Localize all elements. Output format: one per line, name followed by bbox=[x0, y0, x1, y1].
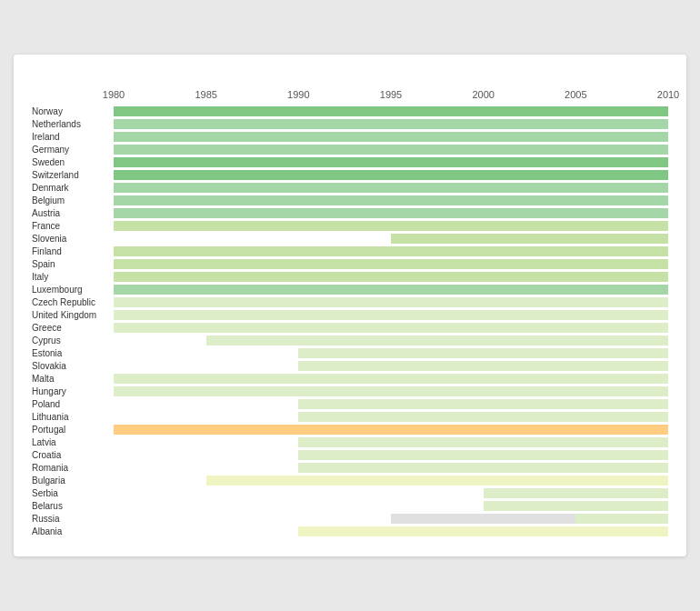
table-row: Poland bbox=[32, 398, 668, 410]
table-row: Croatia bbox=[32, 449, 668, 461]
bar-segment bbox=[298, 450, 668, 460]
bar-area bbox=[114, 526, 668, 536]
bar-area bbox=[114, 234, 668, 244]
header-row: 1980198519901995200020052010 bbox=[32, 87, 668, 102]
table-row: Belgium bbox=[32, 195, 668, 206]
table-row: Hungary bbox=[32, 386, 668, 397]
country-name: Austria bbox=[32, 208, 114, 218]
table-row: Norway bbox=[32, 105, 668, 117]
bar-segment bbox=[114, 195, 668, 205]
bar-area bbox=[114, 501, 668, 511]
year-label-1995: 1995 bbox=[380, 89, 402, 100]
country-name: Serbia bbox=[32, 488, 114, 498]
bar-area bbox=[114, 374, 668, 384]
table-row: Greece bbox=[32, 322, 668, 334]
bar-segment bbox=[114, 221, 668, 231]
years-header: 1980198519901995200020052010 bbox=[114, 87, 668, 102]
bar-area bbox=[114, 463, 668, 473]
table-row: Lithuania bbox=[32, 411, 668, 423]
bar-area bbox=[114, 361, 668, 371]
bar-area bbox=[114, 170, 668, 180]
bar-area bbox=[114, 272, 668, 282]
country-name: Albania bbox=[32, 526, 114, 536]
bar-segment bbox=[114, 310, 668, 320]
bar-area bbox=[114, 310, 668, 320]
bar-area bbox=[114, 183, 668, 193]
table-row: Bulgaria bbox=[32, 475, 668, 486]
bar-segment bbox=[484, 501, 668, 511]
chart-container: 1980198519901995200020052010 NorwayNethe… bbox=[14, 55, 686, 556]
table-row: Netherlands bbox=[32, 118, 668, 130]
bar-segment bbox=[298, 437, 668, 447]
country-name: Germany bbox=[32, 145, 114, 155]
table-row: France bbox=[32, 220, 668, 232]
country-name: Lithuania bbox=[32, 412, 114, 422]
country-name: United Kingdom bbox=[32, 310, 114, 320]
table-row: Germany bbox=[32, 144, 668, 155]
bar-area bbox=[114, 106, 668, 116]
country-name: Romania bbox=[32, 463, 114, 473]
country-name: Sweden bbox=[32, 157, 114, 167]
bar-segment bbox=[298, 361, 668, 371]
table-row: Sweden bbox=[32, 156, 668, 168]
chart-area: 1980198519901995200020052010 NorwayNethe… bbox=[32, 87, 668, 538]
table-row: Cyprus bbox=[32, 335, 668, 346]
country-name: Latvia bbox=[32, 437, 114, 447]
country-name: Hungary bbox=[32, 386, 114, 396]
bar-segment bbox=[114, 425, 668, 435]
country-name: Croatia bbox=[32, 450, 114, 460]
bar-segment bbox=[114, 145, 668, 155]
bar-segment bbox=[298, 348, 668, 358]
bar-segment bbox=[114, 272, 668, 282]
table-row: Spain bbox=[32, 258, 668, 270]
table-row: Austria bbox=[32, 207, 668, 219]
bar-area bbox=[114, 399, 668, 409]
country-name: Russia bbox=[32, 514, 114, 524]
bar-area bbox=[114, 437, 668, 447]
bar-area bbox=[114, 514, 668, 524]
bar-area bbox=[114, 488, 668, 498]
table-row: Denmark bbox=[32, 182, 668, 194]
bar-area bbox=[114, 386, 668, 396]
bar-segment bbox=[114, 119, 668, 129]
country-name: Luxembourg bbox=[32, 285, 114, 295]
country-name: Slovakia bbox=[32, 361, 114, 371]
bar-segment bbox=[298, 399, 668, 409]
country-name: Netherlands bbox=[32, 119, 114, 129]
country-name: Denmark bbox=[32, 183, 114, 193]
year-label-2010: 2010 bbox=[657, 89, 679, 100]
bar-area bbox=[114, 348, 668, 358]
rows-container: NorwayNetherlandsIrelandGermanySwedenSwi… bbox=[32, 105, 668, 538]
table-row: Ireland bbox=[32, 131, 668, 143]
country-name: Poland bbox=[32, 399, 114, 409]
bar-segment bbox=[114, 208, 668, 218]
bar-area bbox=[114, 259, 668, 269]
year-label-1985: 1985 bbox=[195, 89, 216, 100]
table-row: Albania bbox=[32, 526, 668, 537]
bar-area bbox=[114, 336, 668, 346]
country-name: Czech Republic bbox=[32, 297, 114, 307]
bar-segment bbox=[114, 132, 668, 142]
bar-segment bbox=[298, 526, 668, 536]
table-row: Slovakia bbox=[32, 360, 668, 372]
bar-segment bbox=[298, 463, 668, 473]
bar-area bbox=[114, 208, 668, 218]
table-row: Portugal bbox=[32, 424, 668, 436]
country-name: Italy bbox=[32, 272, 114, 282]
bar-segment bbox=[114, 297, 668, 307]
bar-segment bbox=[114, 183, 668, 193]
table-row: United Kingdom bbox=[32, 309, 668, 321]
bar-area bbox=[114, 425, 668, 435]
bar-segment bbox=[484, 488, 668, 498]
bar-segment bbox=[114, 323, 668, 333]
bar-area bbox=[114, 132, 668, 142]
bar-segment bbox=[391, 234, 668, 244]
table-row: Finland bbox=[32, 245, 668, 257]
year-label-2005: 2005 bbox=[565, 89, 586, 100]
bar-segment bbox=[206, 336, 668, 346]
bar-area bbox=[114, 221, 668, 231]
bar-segment bbox=[114, 374, 668, 384]
table-row: Estonia bbox=[32, 347, 668, 359]
year-label-1990: 1990 bbox=[287, 89, 309, 100]
bar-area bbox=[114, 476, 668, 486]
